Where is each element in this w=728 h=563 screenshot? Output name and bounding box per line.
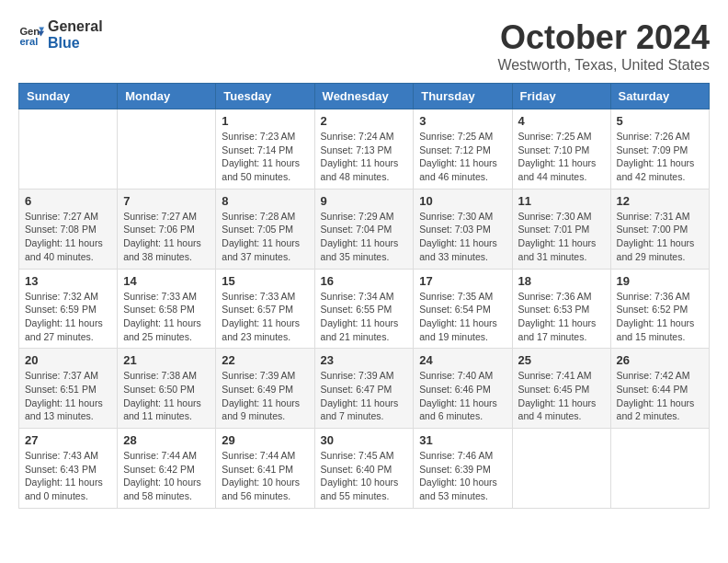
day-number: 13 bbox=[25, 274, 111, 288]
day-number: 19 bbox=[617, 274, 703, 288]
day-detail: Sunrise: 7:39 AMSunset: 6:47 PMDaylight:… bbox=[321, 369, 408, 423]
calendar-table: Sunday Monday Tuesday Wednesday Thursday… bbox=[18, 83, 710, 509]
day-number: 1 bbox=[222, 114, 308, 128]
day-number: 28 bbox=[123, 433, 210, 447]
table-row: 2Sunrise: 7:24 AMSunset: 7:13 PMDaylight… bbox=[314, 109, 414, 190]
day-detail: Sunrise: 7:25 AMSunset: 7:12 PMDaylight:… bbox=[419, 130, 506, 184]
day-number: 21 bbox=[123, 353, 210, 367]
day-number: 6 bbox=[25, 194, 111, 208]
day-detail: Sunrise: 7:37 AMSunset: 6:51 PMDaylight:… bbox=[25, 369, 111, 423]
logo: Gen eral General Blue bbox=[18, 18, 103, 52]
day-detail: Sunrise: 7:33 AMSunset: 6:58 PMDaylight:… bbox=[123, 290, 210, 344]
day-detail: Sunrise: 7:36 AMSunset: 6:52 PMDaylight:… bbox=[617, 290, 703, 344]
header-wednesday: Wednesday bbox=[314, 84, 414, 109]
day-detail: Sunrise: 7:45 AMSunset: 6:40 PMDaylight:… bbox=[321, 449, 408, 503]
day-number: 26 bbox=[617, 353, 703, 367]
day-number: 9 bbox=[321, 194, 408, 208]
table-row: 4Sunrise: 7:25 AMSunset: 7:10 PMDaylight… bbox=[512, 109, 610, 190]
table-row: 16Sunrise: 7:34 AMSunset: 6:55 PMDayligh… bbox=[314, 269, 414, 349]
week-row-4: 20Sunrise: 7:37 AMSunset: 6:51 PMDayligh… bbox=[19, 349, 710, 429]
day-detail: Sunrise: 7:29 AMSunset: 7:04 PMDaylight:… bbox=[321, 210, 408, 264]
day-detail: Sunrise: 7:35 AMSunset: 6:54 PMDaylight:… bbox=[419, 290, 506, 344]
day-detail: Sunrise: 7:36 AMSunset: 6:53 PMDaylight:… bbox=[518, 290, 605, 344]
day-detail: Sunrise: 7:46 AMSunset: 6:39 PMDaylight:… bbox=[419, 449, 506, 503]
day-detail: Sunrise: 7:23 AMSunset: 7:14 PMDaylight:… bbox=[222, 130, 308, 184]
logo-text: General Blue bbox=[48, 18, 103, 52]
day-number: 16 bbox=[321, 274, 408, 288]
table-row: 27Sunrise: 7:43 AMSunset: 6:43 PMDayligh… bbox=[19, 429, 118, 509]
day-detail: Sunrise: 7:38 AMSunset: 6:50 PMDaylight:… bbox=[123, 369, 210, 423]
day-number: 11 bbox=[518, 194, 605, 208]
day-detail: Sunrise: 7:44 AMSunset: 6:42 PMDaylight:… bbox=[123, 449, 210, 503]
header-saturday: Saturday bbox=[610, 84, 709, 109]
table-row: 8Sunrise: 7:28 AMSunset: 7:05 PMDaylight… bbox=[216, 189, 314, 269]
day-detail: Sunrise: 7:32 AMSunset: 6:59 PMDaylight:… bbox=[25, 290, 111, 344]
table-row: 30Sunrise: 7:45 AMSunset: 6:40 PMDayligh… bbox=[314, 429, 414, 509]
table-row: 14Sunrise: 7:33 AMSunset: 6:58 PMDayligh… bbox=[118, 269, 216, 349]
table-row: 5Sunrise: 7:26 AMSunset: 7:09 PMDaylight… bbox=[610, 109, 709, 190]
day-detail: Sunrise: 7:24 AMSunset: 7:13 PMDaylight:… bbox=[321, 130, 408, 184]
header-sunday: Sunday bbox=[19, 84, 118, 109]
day-number: 7 bbox=[123, 194, 210, 208]
day-number: 4 bbox=[518, 114, 605, 128]
day-detail: Sunrise: 7:43 AMSunset: 6:43 PMDaylight:… bbox=[25, 449, 111, 503]
day-number: 23 bbox=[321, 353, 408, 367]
day-number: 5 bbox=[617, 114, 703, 128]
table-row: 18Sunrise: 7:36 AMSunset: 6:53 PMDayligh… bbox=[512, 269, 610, 349]
day-detail: Sunrise: 7:31 AMSunset: 7:00 PMDaylight:… bbox=[617, 210, 703, 264]
svg-text:Gen: Gen bbox=[19, 26, 40, 37]
week-row-1: 1Sunrise: 7:23 AMSunset: 7:14 PMDaylight… bbox=[19, 109, 710, 190]
table-row bbox=[19, 109, 118, 190]
day-number: 22 bbox=[222, 353, 308, 367]
day-number: 12 bbox=[617, 194, 703, 208]
day-detail: Sunrise: 7:30 AMSunset: 7:01 PMDaylight:… bbox=[518, 210, 605, 264]
table-row bbox=[610, 429, 709, 509]
day-detail: Sunrise: 7:42 AMSunset: 6:44 PMDaylight:… bbox=[617, 369, 703, 423]
table-row: 21Sunrise: 7:38 AMSunset: 6:50 PMDayligh… bbox=[118, 349, 216, 429]
day-number: 29 bbox=[222, 433, 308, 447]
location-title: Westworth, Texas, United States bbox=[497, 57, 710, 74]
header-monday: Monday bbox=[118, 84, 216, 109]
table-row bbox=[512, 429, 610, 509]
day-detail: Sunrise: 7:25 AMSunset: 7:10 PMDaylight:… bbox=[518, 130, 605, 184]
table-row: 15Sunrise: 7:33 AMSunset: 6:57 PMDayligh… bbox=[216, 269, 314, 349]
day-number: 30 bbox=[321, 433, 408, 447]
title-section: October 2024 Westworth, Texas, United St… bbox=[497, 18, 710, 74]
day-number: 18 bbox=[518, 274, 605, 288]
day-number: 17 bbox=[419, 274, 506, 288]
table-row: 13Sunrise: 7:32 AMSunset: 6:59 PMDayligh… bbox=[19, 269, 118, 349]
table-row: 20Sunrise: 7:37 AMSunset: 6:51 PMDayligh… bbox=[19, 349, 118, 429]
header-friday: Friday bbox=[512, 84, 610, 109]
page-header: Gen eral General Blue October 2024 Westw… bbox=[18, 18, 710, 74]
day-detail: Sunrise: 7:40 AMSunset: 6:46 PMDaylight:… bbox=[419, 369, 506, 423]
day-detail: Sunrise: 7:26 AMSunset: 7:09 PMDaylight:… bbox=[617, 130, 703, 184]
day-number: 14 bbox=[123, 274, 210, 288]
day-number: 27 bbox=[25, 433, 111, 447]
calendar-header-row: Sunday Monday Tuesday Wednesday Thursday… bbox=[19, 84, 710, 109]
week-row-5: 27Sunrise: 7:43 AMSunset: 6:43 PMDayligh… bbox=[19, 429, 710, 509]
table-row: 28Sunrise: 7:44 AMSunset: 6:42 PMDayligh… bbox=[118, 429, 216, 509]
day-detail: Sunrise: 7:30 AMSunset: 7:03 PMDaylight:… bbox=[419, 210, 506, 264]
day-number: 24 bbox=[419, 353, 506, 367]
table-row: 11Sunrise: 7:30 AMSunset: 7:01 PMDayligh… bbox=[512, 189, 610, 269]
day-detail: Sunrise: 7:27 AMSunset: 7:06 PMDaylight:… bbox=[123, 210, 210, 264]
table-row: 26Sunrise: 7:42 AMSunset: 6:44 PMDayligh… bbox=[610, 349, 709, 429]
day-number: 20 bbox=[25, 353, 111, 367]
day-detail: Sunrise: 7:39 AMSunset: 6:49 PMDaylight:… bbox=[222, 369, 308, 423]
day-detail: Sunrise: 7:34 AMSunset: 6:55 PMDaylight:… bbox=[321, 290, 408, 344]
table-row: 25Sunrise: 7:41 AMSunset: 6:45 PMDayligh… bbox=[512, 349, 610, 429]
day-detail: Sunrise: 7:44 AMSunset: 6:41 PMDaylight:… bbox=[222, 449, 308, 503]
day-number: 10 bbox=[419, 194, 506, 208]
table-row: 12Sunrise: 7:31 AMSunset: 7:00 PMDayligh… bbox=[610, 189, 709, 269]
table-row: 22Sunrise: 7:39 AMSunset: 6:49 PMDayligh… bbox=[216, 349, 314, 429]
day-detail: Sunrise: 7:27 AMSunset: 7:08 PMDaylight:… bbox=[25, 210, 111, 264]
day-number: 3 bbox=[419, 114, 506, 128]
table-row: 29Sunrise: 7:44 AMSunset: 6:41 PMDayligh… bbox=[216, 429, 314, 509]
day-number: 15 bbox=[222, 274, 308, 288]
table-row: 3Sunrise: 7:25 AMSunset: 7:12 PMDaylight… bbox=[414, 109, 512, 190]
day-number: 31 bbox=[419, 433, 506, 447]
table-row: 10Sunrise: 7:30 AMSunset: 7:03 PMDayligh… bbox=[414, 189, 512, 269]
day-number: 25 bbox=[518, 353, 605, 367]
table-row: 23Sunrise: 7:39 AMSunset: 6:47 PMDayligh… bbox=[314, 349, 414, 429]
day-detail: Sunrise: 7:41 AMSunset: 6:45 PMDaylight:… bbox=[518, 369, 605, 423]
